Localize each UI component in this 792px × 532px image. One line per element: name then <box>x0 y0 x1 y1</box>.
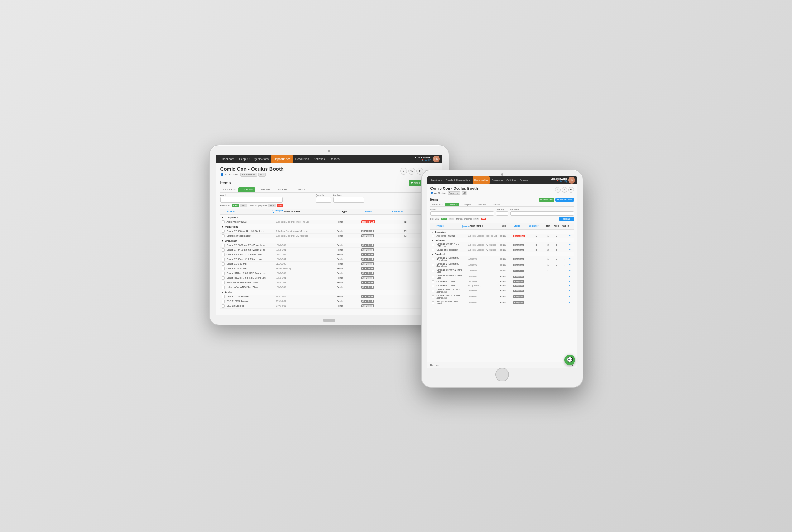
qty-input-front[interactable] <box>496 211 508 216</box>
group-broadcast-front[interactable]: ▼ Broadcast <box>430 252 574 256</box>
nav-people-back[interactable]: People & Organisations <box>237 155 271 163</box>
row-checkbox[interactable] <box>222 295 225 298</box>
row-checkbox[interactable] <box>222 248 225 251</box>
th-status-front[interactable]: Status <box>514 225 529 227</box>
tab-checkin-back[interactable]: ☰ Check-in <box>290 187 308 192</box>
tab-allocate-front[interactable]: ☰ Allocate <box>446 203 459 206</box>
asset-input-front[interactable] <box>430 211 494 216</box>
th-grouped-back[interactable]: / Grouped ▼ <box>272 209 284 214</box>
tab-functions-back[interactable]: ≡ Functions <box>220 187 239 192</box>
container-input-front[interactable] <box>510 211 574 216</box>
th-product-back[interactable]: Product <box>227 210 273 213</box>
group-audio-back[interactable]: ▼ Audio <box>220 290 438 294</box>
back-btn-back[interactable]: ‹ <box>400 168 407 174</box>
th-status-back[interactable]: Status <box>365 210 392 213</box>
free-scan-yes-back[interactable]: YES <box>231 204 239 207</box>
row-checkbox[interactable] <box>222 220 225 224</box>
tab-prepare-back[interactable]: ☰ Prepare <box>256 187 272 192</box>
nav-resources-back[interactable]: Resources <box>293 155 311 163</box>
edit-btn-back[interactable]: ✎ <box>408 168 415 174</box>
row-expand[interactable]: ▼ <box>567 249 572 251</box>
row-checkbox[interactable] <box>222 258 225 261</box>
row-checkbox[interactable] <box>432 249 434 251</box>
group-mainroom-back[interactable]: ▼ main room <box>220 224 438 229</box>
nav-people-front[interactable]: People & Organisations <box>444 176 472 184</box>
th-container-front[interactable]: Container <box>529 225 544 227</box>
row-checkbox[interactable] <box>432 235 434 237</box>
row-expand[interactable]: ▼ <box>567 235 572 237</box>
row-checkbox[interactable] <box>432 264 434 266</box>
tab-allocate-back[interactable]: ☰ Allocate <box>239 187 255 192</box>
allocate-btn-front[interactable]: allocate <box>560 216 574 221</box>
row-checkbox[interactable] <box>222 300 225 303</box>
tab-prepare-front[interactable]: ☰ Prepare <box>459 203 473 206</box>
row-checkbox[interactable] <box>222 234 225 238</box>
back-btn-front[interactable]: ‹ <box>555 187 561 193</box>
row-checkbox[interactable] <box>432 276 434 278</box>
row-checkbox[interactable] <box>432 281 434 283</box>
qty-input-back[interactable] <box>316 197 331 203</box>
edit-btn-front[interactable]: ✎ <box>562 187 567 193</box>
nav-reports-front[interactable]: Reports <box>518 176 529 184</box>
row-checkbox[interactable] <box>432 270 434 272</box>
row-expand[interactable]: ▼ <box>567 301 572 304</box>
th-container-back[interactable]: Container <box>392 210 420 213</box>
row-expand[interactable]: ▼ <box>567 285 572 287</box>
row-expand[interactable]: ▼ <box>567 296 572 298</box>
nav-activities-back[interactable]: Activities <box>312 155 327 163</box>
row-checkbox[interactable] <box>222 262 225 266</box>
tab-functions-front[interactable]: ≡ Functions <box>430 203 445 206</box>
nav-opportunities-front[interactable]: Opportunities <box>473 176 490 184</box>
nav-reports-back[interactable]: Reports <box>327 155 342 163</box>
row-checkbox[interactable] <box>432 244 434 246</box>
asset-input-back[interactable] <box>220 197 283 203</box>
row-checkbox[interactable] <box>432 301 434 304</box>
row-checkbox[interactable] <box>432 258 434 260</box>
tab-bookout-front[interactable]: ☰ Book out <box>473 203 488 206</box>
mark-prepared-no-back[interactable]: NO <box>277 204 283 207</box>
row-checkbox[interactable] <box>432 289 434 292</box>
nav-dashboard-back[interactable]: Dashboard <box>219 155 237 163</box>
container-input-back[interactable] <box>333 197 364 203</box>
group-mainroom-front[interactable]: ▼ main room <box>430 238 574 242</box>
row-expand[interactable]: ▼ <box>567 270 572 272</box>
free-scan-no-back[interactable]: NO <box>240 204 247 207</box>
row-expand[interactable]: ▼ <box>567 258 572 260</box>
row-checkbox[interactable] <box>222 281 225 284</box>
free-scan-no-front[interactable]: NO <box>449 217 454 220</box>
nav-dashboard-front[interactable]: Dashboard <box>429 176 444 184</box>
row-checkbox[interactable] <box>432 285 434 287</box>
tablet-front-home-btn[interactable] <box>495 368 509 381</box>
row-expand[interactable]: ▼ <box>567 264 572 266</box>
row-expand[interactable]: ▼ <box>567 289 572 292</box>
revenue-bar-front[interactable]: Revenue ▲ <box>427 362 577 368</box>
group-computers-front[interactable]: ▼ Computers <box>430 230 574 234</box>
order-view-btn-front[interactable]: ⇄ Order view <box>539 198 554 202</box>
mark-prepared-yes-front[interactable]: YES <box>473 217 479 220</box>
row-checkbox[interactable] <box>222 286 225 289</box>
fav-btn-front[interactable]: ♥ <box>568 187 574 193</box>
chat-btn-front[interactable]: 💬 <box>564 355 575 365</box>
mark-prepared-yes-back[interactable]: YES <box>268 204 276 207</box>
row-checkbox[interactable] <box>222 253 225 256</box>
row-checkbox[interactable] <box>222 304 225 308</box>
row-expand[interactable]: ▼ <box>567 244 572 246</box>
tab-checkin-front[interactable]: ☰ Check-in <box>488 203 503 206</box>
free-scan-yes-front[interactable]: YES <box>441 217 447 220</box>
th-product-front[interactable]: Product <box>437 225 462 227</box>
tab-bookout-back[interactable]: ☰ Book out <box>272 187 290 192</box>
row-checkbox[interactable] <box>222 267 225 270</box>
row-checkbox[interactable] <box>222 244 225 247</box>
th-grouped-front[interactable]: / Grouped ▼ <box>462 223 470 229</box>
nav-activities-front[interactable]: Activities <box>505 176 517 184</box>
services-view-btn-front[interactable]: ☰ Services view <box>555 198 574 202</box>
group-computers-back[interactable]: ▼ Computers <box>220 215 438 220</box>
mark-prepared-no-front[interactable]: NO <box>480 217 486 220</box>
group-broadcast-back[interactable]: ▼ Broadcast <box>220 239 438 243</box>
row-checkbox[interactable] <box>222 230 225 233</box>
nav-resources-front[interactable]: Resources <box>490 176 505 184</box>
row-checkbox[interactable] <box>432 296 434 298</box>
row-expand[interactable]: ▼ <box>567 281 572 283</box>
row-expand[interactable]: ▼ <box>567 276 572 278</box>
row-checkbox[interactable] <box>222 272 225 275</box>
